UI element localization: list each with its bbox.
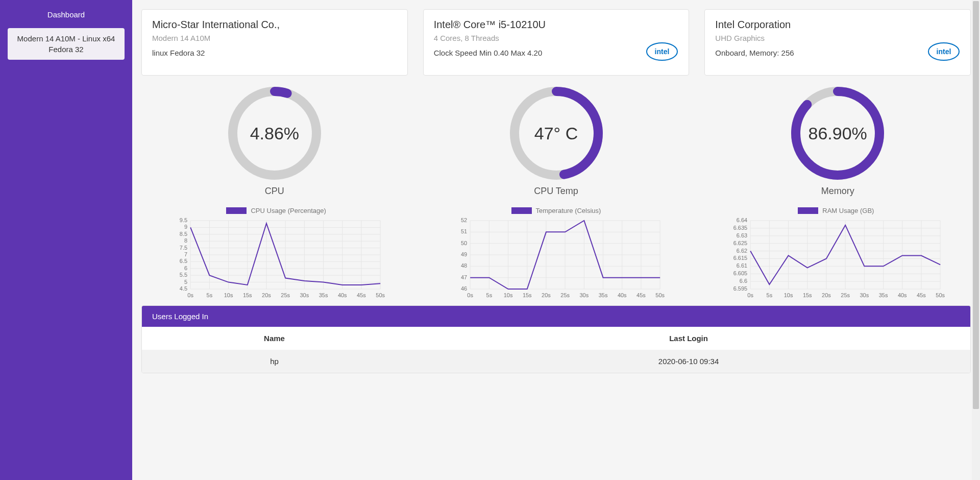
svg-text:20s: 20s: [822, 292, 831, 298]
intel-logo-icon: intel: [927, 40, 960, 64]
svg-text:45s: 45s: [636, 292, 646, 298]
svg-text:9.5: 9.5: [180, 218, 187, 223]
svg-text:0s: 0s: [468, 292, 474, 298]
svg-text:8: 8: [184, 237, 187, 244]
svg-text:8.5: 8.5: [180, 231, 187, 237]
svg-text:5s: 5s: [766, 292, 772, 298]
svg-text:15s: 15s: [523, 292, 532, 298]
svg-text:7.5: 7.5: [180, 245, 187, 251]
users-panel: Users Logged In Name Last Login hp 2020-…: [141, 305, 971, 373]
temperature-legend-label: Temperature (Celsius): [536, 207, 601, 214]
svg-text:6.5: 6.5: [180, 258, 187, 264]
users-col-lastlogin: Last Login: [407, 327, 970, 350]
table-row: hp 2020-06-10 09:34: [142, 350, 970, 373]
svg-text:6.595: 6.595: [733, 285, 747, 292]
temperature-chart: Temperature (Celsius) 464748495051520s5s…: [421, 207, 691, 299]
cpu-card-title: Intel® Core™ i5-10210U: [434, 19, 679, 31]
user-lastlogin-cell: 2020-06-10 09:34: [407, 350, 970, 373]
gpu-card-line: Onboard, Memory: 256: [715, 49, 960, 57]
svg-text:6.62: 6.62: [736, 248, 747, 254]
ram-usage-chart: RAM Usage (GB) 6.5956.66.6056.616.6156.6…: [701, 207, 971, 299]
svg-text:5: 5: [184, 279, 187, 285]
svg-text:10s: 10s: [224, 292, 233, 298]
svg-text:5s: 5s: [207, 292, 213, 298]
gpu-card-sub: UHD Graphics: [715, 34, 960, 42]
memory-gauge-ring: 86.90%: [789, 85, 886, 182]
svg-text:40s: 40s: [338, 292, 347, 298]
memory-gauge-label: Memory: [821, 186, 854, 197]
svg-text:6.615: 6.615: [733, 255, 747, 261]
legend-color-icon: [226, 207, 247, 214]
svg-text:50: 50: [461, 240, 467, 246]
svg-text:48: 48: [461, 262, 467, 269]
svg-text:40s: 40s: [618, 292, 627, 298]
cpu-usage-chart: CPU Usage (Percentage) 4.555.566.577.588…: [141, 207, 411, 299]
scrollbar-thumb[interactable]: [973, 1, 979, 409]
svg-text:10s: 10s: [504, 292, 513, 298]
legend-color-icon: [798, 207, 818, 214]
svg-text:50s: 50s: [376, 292, 385, 298]
svg-text:25s: 25s: [841, 292, 850, 298]
svg-text:45s: 45s: [357, 292, 366, 298]
users-panel-header: Users Logged In: [142, 306, 970, 327]
system-card-line: linux Fedora 32: [152, 49, 397, 57]
temp-gauge-ring: 47° C: [508, 85, 605, 182]
system-card-title: Micro-Star International Co.,: [152, 19, 397, 31]
svg-text:20s: 20s: [542, 292, 551, 298]
cpu-usage-legend: CPU Usage (Percentage): [141, 207, 411, 214]
ram-usage-legend: RAM Usage (GB): [701, 207, 971, 214]
system-card-sub: Modern 14 A10M: [152, 34, 397, 42]
users-col-name: Name: [142, 327, 407, 350]
svg-text:0s: 0s: [187, 292, 193, 298]
svg-text:4.5: 4.5: [180, 285, 187, 292]
memory-gauge: 86.90% Memory: [704, 85, 971, 197]
svg-text:20s: 20s: [262, 292, 271, 298]
svg-text:6: 6: [184, 265, 187, 271]
svg-text:52: 52: [461, 218, 467, 223]
cpu-gauge-label: CPU: [265, 186, 284, 197]
main-content: Micro-Star International Co., Modern 14 …: [132, 0, 980, 480]
svg-text:51: 51: [461, 228, 467, 234]
svg-text:intel: intel: [655, 47, 670, 56]
linecharts-row: CPU Usage (Percentage) 4.555.566.577.588…: [141, 207, 971, 299]
temp-gauge-value: 47° C: [508, 85, 605, 182]
svg-text:7: 7: [184, 251, 187, 257]
gauges-row: 4.86% CPU 47° C CPU Temp: [141, 85, 971, 197]
svg-text:5.5: 5.5: [180, 272, 187, 278]
svg-text:30s: 30s: [860, 292, 869, 298]
cpu-usage-legend-label: CPU Usage (Percentage): [251, 207, 326, 214]
svg-text:6.605: 6.605: [733, 270, 747, 276]
svg-text:6.64: 6.64: [736, 218, 747, 223]
svg-text:49: 49: [461, 251, 467, 257]
temp-gauge-label: CPU Temp: [534, 186, 578, 197]
svg-text:6.61: 6.61: [736, 262, 747, 269]
svg-text:30s: 30s: [300, 292, 309, 298]
temperature-legend: Temperature (Celsius): [421, 207, 691, 214]
svg-text:47: 47: [461, 274, 467, 280]
scrollbar[interactable]: [972, 0, 980, 480]
intel-logo-icon: intel: [646, 40, 678, 64]
svg-text:40s: 40s: [898, 292, 907, 298]
info-cards-row: Micro-Star International Co., Modern 14 …: [141, 9, 971, 76]
gpu-card-title: Intel Corporation: [715, 19, 960, 31]
system-card: Micro-Star International Co., Modern 14 …: [141, 9, 408, 76]
cpu-card-line: Clock Speed Min 0.40 Max 4.20: [434, 49, 679, 57]
gpu-card: Intel Corporation UHD Graphics Onboard, …: [704, 9, 971, 76]
svg-text:6.625: 6.625: [733, 240, 747, 246]
svg-text:35s: 35s: [599, 292, 608, 298]
svg-text:45s: 45s: [917, 292, 926, 298]
legend-color-icon: [511, 207, 532, 214]
svg-text:25s: 25s: [281, 292, 290, 298]
svg-text:30s: 30s: [580, 292, 589, 298]
svg-text:35s: 35s: [319, 292, 328, 298]
svg-text:15s: 15s: [803, 292, 812, 298]
svg-text:intel: intel: [937, 47, 951, 56]
svg-text:15s: 15s: [243, 292, 252, 298]
svg-text:50s: 50s: [936, 292, 945, 298]
cpu-gauge-value: 4.86%: [226, 85, 323, 182]
sidebar-title: Dashboard: [8, 5, 125, 28]
svg-text:6.63: 6.63: [736, 232, 747, 238]
sidebar-item-system[interactable]: Modern 14 A10M - Linux x64 Fedora 32: [8, 28, 125, 60]
svg-text:50s: 50s: [656, 292, 665, 298]
users-table-header-row: Name Last Login: [142, 327, 970, 350]
